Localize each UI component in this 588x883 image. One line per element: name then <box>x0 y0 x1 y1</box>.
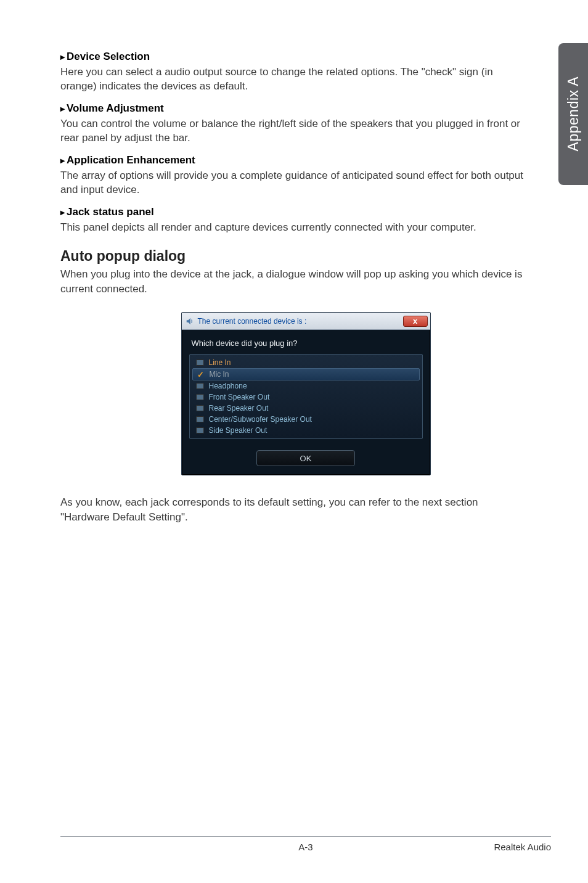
device-option[interactable]: Rear Speaker Out <box>192 403 420 414</box>
section-title: ▸Device Selection <box>60 51 529 63</box>
device-option[interactable]: Front Speaker Out <box>192 392 420 403</box>
dialog-body: Which device did you plug in? Line In✓Mi… <box>182 330 430 475</box>
dialog-title: The current connected device is : <box>198 317 307 326</box>
title-text: Application Enhancement <box>67 154 195 166</box>
jack-icon <box>196 427 204 433</box>
title-text: Volume Adjustment <box>67 102 164 114</box>
page-footer: A-3 Realtek Audio <box>60 836 551 852</box>
after-dialog-text: As you know, each jack corresponds to it… <box>60 495 529 524</box>
bullet-icon: ▸ <box>60 104 65 113</box>
dialog-question: Which device did you plug in? <box>192 339 422 348</box>
title-text: Jack status panel <box>67 206 154 218</box>
section-title: ▸Volume Adjustment <box>60 102 529 115</box>
device-option-label: Line In <box>209 358 231 367</box>
section-body: You can control the volume or balance th… <box>60 117 529 146</box>
ok-button[interactable]: OK <box>256 450 355 466</box>
device-option-label: Center/Subwoofer Speaker Out <box>209 415 312 424</box>
close-button[interactable]: x <box>403 316 428 327</box>
close-icon: x <box>413 317 417 325</box>
jack-icon <box>196 359 204 366</box>
section-title: ▸Application Enhancement <box>60 154 529 166</box>
check-icon: ✓ <box>197 371 205 379</box>
speaker-icon <box>186 317 194 326</box>
dialog-titlebar[interactable]: The current connected device is : x <box>182 313 430 330</box>
section-jack-status-panel: ▸Jack status panel This panel depicts al… <box>60 206 529 234</box>
device-option[interactable]: Center/Subwoofer Speaker Out <box>192 414 420 425</box>
device-list: Line In✓Mic InHeadphoneFront Speaker Out… <box>189 354 423 439</box>
jack-icon <box>196 383 204 389</box>
device-option-label: Rear Speaker Out <box>209 404 269 413</box>
device-option[interactable]: ✓Mic In <box>192 368 420 380</box>
section-application-enhancement: ▸Application Enhancement The array of op… <box>60 154 529 197</box>
title-text: Device Selection <box>67 51 150 62</box>
jack-icon <box>196 405 204 411</box>
bullet-icon: ▸ <box>60 207 65 217</box>
device-option-label: Side Speaker Out <box>209 426 267 435</box>
device-option[interactable]: Line In <box>192 357 420 368</box>
device-option[interactable]: Side Speaker Out <box>192 425 420 436</box>
device-option-label: Front Speaker Out <box>209 393 270 401</box>
dialog-wrap: The current connected device is : x Whic… <box>60 312 551 475</box>
ok-label: OK <box>300 454 312 463</box>
bullet-icon: ▸ <box>60 52 65 62</box>
jack-icon <box>196 416 204 422</box>
device-option[interactable]: Headphone <box>192 380 420 392</box>
device-option-label: Headphone <box>209 382 247 390</box>
side-tab-appendix: Appendix A <box>558 43 588 185</box>
dialog-ok-row: OK <box>189 450 423 466</box>
device-dialog: The current connected device is : x Whic… <box>181 312 431 475</box>
device-option-label: Mic In <box>210 370 229 379</box>
jack-icon <box>196 394 204 400</box>
section-body: This panel depicts all render and captur… <box>60 220 529 234</box>
auto-popup-intro: When you plug into the device at the jac… <box>60 267 529 296</box>
footer-page-number: A-3 <box>60 842 551 852</box>
section-device-selection: ▸Device Selection Here you can select a … <box>60 51 529 94</box>
heading-auto-popup: Auto popup dialog <box>60 248 551 265</box>
side-tab-label: Appendix A <box>565 76 582 151</box>
section-body: The array of options will provide you a … <box>60 168 529 197</box>
section-title: ▸Jack status panel <box>60 206 529 218</box>
dialog-title-left: The current connected device is : <box>186 317 307 326</box>
bullet-icon: ▸ <box>60 155 65 165</box>
section-volume-adjustment: ▸Volume Adjustment You can control the v… <box>60 102 529 146</box>
section-body: Here you can select a audio output sourc… <box>60 65 529 94</box>
